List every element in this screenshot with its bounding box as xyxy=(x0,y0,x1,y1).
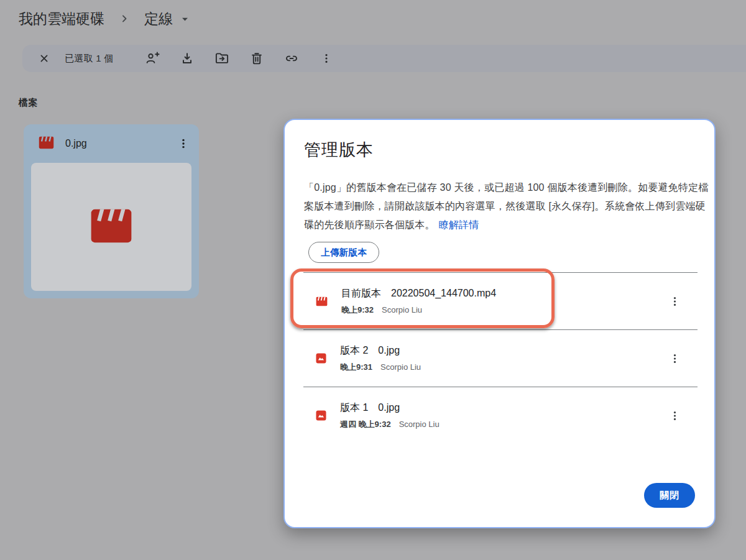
version-more-options-icon[interactable] xyxy=(667,351,683,366)
breadcrumb: 我的雲端硬碟 定線 xyxy=(19,7,190,30)
breadcrumb-current-label: 定線 xyxy=(144,9,173,29)
move-to-folder-icon[interactable] xyxy=(214,50,230,67)
selection-count-label: 已選取 1 個 xyxy=(65,53,114,65)
version-owner: Scorpio Liu xyxy=(399,420,440,429)
version-row-2: 版本 20.jpg 晚上9:31Scorpio Liu xyxy=(303,329,698,387)
version-time: 週四 晚上9:32 xyxy=(340,420,391,429)
version-more-options-icon[interactable] xyxy=(667,293,683,309)
version-owner: Scorpio Liu xyxy=(382,305,422,314)
version-filename: 0.jpg xyxy=(378,345,400,356)
share-add-person-icon[interactable] xyxy=(144,50,160,67)
download-icon[interactable] xyxy=(179,50,195,67)
version-time: 晚上9:31 xyxy=(340,362,372,372)
version-label: 版本 1 xyxy=(340,402,368,413)
drive-page: 我的雲端硬碟 定線 已選取 1 個 xyxy=(0,0,746,560)
caret-down-icon xyxy=(180,14,190,24)
version-more-options-icon[interactable] xyxy=(667,408,683,423)
selection-toolbar: 已選取 1 個 xyxy=(22,45,746,72)
more-options-icon[interactable] xyxy=(318,50,334,67)
file-card-more-icon[interactable] xyxy=(178,138,189,149)
file-card-0jpg[interactable]: 0.jpg xyxy=(24,124,199,298)
video-clapperboard-icon xyxy=(90,208,132,246)
chevron-right-icon xyxy=(118,12,131,25)
file-card-preview xyxy=(31,163,191,291)
version-label: 版本 2 xyxy=(340,345,368,356)
version-filename: 0.jpg xyxy=(378,402,400,413)
files-section-heading: 檔案 xyxy=(19,97,38,109)
version-row-current: 目前版本20220504_144700.mp4 晚上9:32Scorpio Li… xyxy=(303,272,698,329)
image-file-icon xyxy=(316,410,326,421)
image-file-icon xyxy=(316,353,326,364)
dialog-description-text: 「0.jpg」的舊版本會在已儲存 30 天後，或已超過 100 個版本後遭到刪除… xyxy=(304,182,709,230)
manage-versions-dialog: 管理版本 「0.jpg」的舊版本會在已儲存 30 天後，或已超過 100 個版本… xyxy=(283,119,716,528)
version-time: 晚上9:32 xyxy=(341,305,374,314)
close-icon[interactable] xyxy=(36,50,52,67)
upload-new-version-button[interactable]: 上傳新版本 xyxy=(308,242,379,263)
dialog-title: 管理版本 xyxy=(304,139,374,161)
learn-more-link[interactable]: 瞭解詳情 xyxy=(439,219,479,230)
version-owner: Scorpio Liu xyxy=(380,362,421,372)
link-icon[interactable] xyxy=(283,50,300,67)
video-file-icon xyxy=(39,136,54,152)
breadcrumb-my-drive[interactable]: 我的雲端硬碟 xyxy=(19,9,104,29)
file-card-name: 0.jpg xyxy=(65,138,87,149)
version-filename: 20220504_144700.mp4 xyxy=(391,288,496,298)
trash-icon[interactable] xyxy=(249,50,265,67)
close-dialog-button[interactable]: 關閉 xyxy=(644,483,695,508)
breadcrumb-current-folder[interactable]: 定線 xyxy=(144,9,190,29)
dialog-description: 「0.jpg」的舊版本會在已儲存 30 天後，或已超過 100 個版本後遭到刪除… xyxy=(304,178,709,234)
versions-list: 目前版本20220504_144700.mp4 晚上9:32Scorpio Li… xyxy=(303,272,698,444)
version-label: 目前版本 xyxy=(341,288,381,298)
version-row-1: 版本 10.jpg 週四 晚上9:32Scorpio Liu xyxy=(303,387,698,444)
file-card-header: 0.jpg xyxy=(24,124,199,163)
video-file-icon xyxy=(316,296,328,306)
